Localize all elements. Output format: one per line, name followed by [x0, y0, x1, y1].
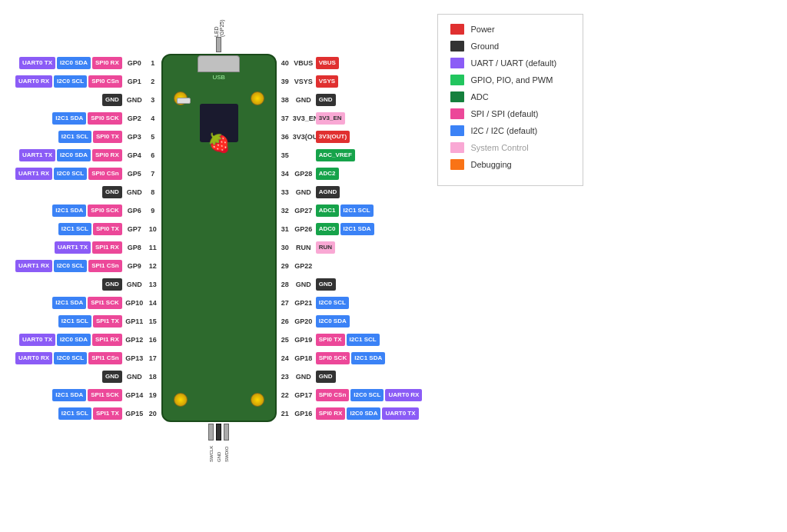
legend-label: System Control	[470, 143, 528, 152]
right-pin-row: 38GNDGND	[279, 91, 336, 108]
pin-function-label: I2C0 SCL	[350, 389, 384, 401]
pin-function-label: UART1 TX	[55, 241, 91, 254]
right-pin-row: 29GP22	[279, 258, 316, 274]
pin-gpio-name: 3V3(OUT)	[293, 133, 314, 141]
pin-function-label: GND	[316, 371, 336, 383]
debug-pins-row: SWCLK GND SWDIO	[161, 424, 277, 462]
pin-function-label: I2C0 SCL	[54, 168, 87, 180]
pin-function-label: I2C1 SDA	[52, 389, 86, 401]
pin-gpio-name: GND	[124, 188, 145, 196]
right-pin-row: 26GP20I2C0 SDA	[279, 313, 350, 330]
legend-label: ADC	[470, 92, 488, 101]
pin-gpio-name: GP6	[124, 207, 145, 214]
pin-gpio-name: GP15	[124, 410, 145, 417]
pin-function-label: VSYS	[316, 75, 338, 88]
pin-function-label: SPI1 TX	[93, 315, 122, 328]
pinout-diagram: UART0 TXI2C0 SDASPI0 RXGP01UART0 RXI2C0 …	[15, 14, 422, 462]
pin-function-label: UART0 TX	[19, 334, 55, 346]
right-pin-row: 23GNDGND	[279, 368, 336, 385]
pin-function-label: UART0 RX	[15, 75, 52, 88]
legend-item: UART / UART (default)	[450, 58, 570, 68]
pin-function-label: SPI0 SCK	[88, 204, 121, 217]
pin-number: 34	[279, 170, 291, 178]
pin-number: 21	[279, 410, 291, 417]
pin-function-label: SPI0 CSn	[88, 75, 122, 88]
left-pin-row: UART0 RXI2C0 SCLSPI0 CSnGP12	[15, 73, 159, 90]
right-pin-row: 32GP27ADC1I2C1 SCL	[279, 202, 374, 219]
right-pin-row: 28GNDGND	[279, 276, 336, 293]
pin-number: 25	[279, 336, 291, 344]
pin-function-label: I2C1 SCL	[340, 204, 374, 217]
pin-gpio-name: GP10	[124, 299, 145, 307]
pin-function-label: UART1 TX	[19, 149, 55, 161]
pin-number: 7	[147, 170, 159, 178]
left-pin-row: I2C1 SCLSPI0 TXGP35	[58, 128, 159, 145]
pin-number: 18	[147, 373, 159, 381]
pin-function-label: I2C0 SCL	[54, 352, 87, 364]
pin-gpio-name: GP19	[293, 336, 314, 344]
legend-item: System Control	[450, 142, 570, 153]
pin-number: 9	[147, 207, 159, 214]
pin-gpio-name: GP12	[124, 336, 145, 344]
pin-function-label: UART0 RX	[385, 389, 422, 401]
pin-gpio-name: GP28	[293, 170, 314, 178]
right-pin-row: 31GP26ADC0I2C1 SDA	[279, 221, 374, 238]
pin-number: 37	[279, 115, 291, 122]
right-pin-row: 33GNDAGND	[279, 184, 340, 201]
pin-gpio-name: GP21	[293, 299, 314, 307]
pin-function-label: I2C1 SDA	[351, 352, 385, 364]
pin-gpio-name: GND	[293, 281, 314, 288]
left-pin-row: I2C1 SDASPI0 SCKGP24	[52, 110, 158, 127]
pin-function-label: SPI0 SCK	[88, 112, 121, 125]
left-pin-row: UART0 RXI2C0 SCLSPI1 CSnGP1317	[15, 350, 159, 367]
right-pin-row: 21GP16SPI0 RXI2C0 SDAUART0 TX	[279, 405, 419, 422]
pin-function-label: SPI0 RX	[92, 57, 122, 69]
pin-number: 39	[279, 78, 291, 85]
bootsel-button[interactable]	[177, 98, 191, 104]
pin-function-label: ADC_VREF	[316, 149, 355, 161]
pin-function-label: I2C1 SCL	[58, 131, 91, 143]
pin-gpio-name: RUN	[293, 244, 314, 251]
pin-gpio-name: GP4	[124, 151, 145, 159]
right-pin-row: 40VBUSVBUS	[279, 55, 339, 71]
pin-function-label: SPI1 CSn	[88, 352, 122, 364]
legend-box: PowerGroundUART / UART (default)GPIO, PI…	[437, 14, 583, 186]
left-pin-row: GNDGND3	[102, 91, 159, 108]
pin-number: 32	[279, 207, 291, 214]
pin-function-label: SPI1 RX	[92, 334, 122, 346]
pin-function-label: I2C0 SDA	[347, 407, 380, 420]
pin-number: 26	[279, 318, 291, 325]
legend-item: Ground	[450, 41, 570, 52]
swdio-label: SWDIO	[224, 441, 229, 462]
pin-number: 29	[279, 262, 291, 270]
right-pin-row: 25GP19SPI0 TXI2C1 SCL	[279, 331, 380, 348]
pin-function-label: GND	[102, 186, 122, 198]
pin-gpio-name: GP14	[124, 391, 145, 399]
pin-number: 30	[279, 244, 291, 251]
pin-function-label: SPI0 SCK	[316, 352, 350, 364]
left-pin-row: I2C1 SDASPI1 SCKGP1014	[52, 294, 158, 311]
pin-number: 5	[147, 133, 159, 141]
mounting-hole-br	[251, 393, 264, 407]
right-pin-row: 35ADC_VREF	[279, 147, 355, 164]
pin-number: 27	[279, 299, 291, 307]
pin-number: 11	[147, 244, 159, 251]
pin-function-label: SPI0 TX	[93, 223, 122, 235]
left-pin-row: UART0 TXI2C0 SDASPI0 RXGP01	[19, 55, 159, 71]
legend-color-swatch	[450, 75, 464, 85]
pin-number: 24	[279, 354, 291, 362]
right-pin-row: 34GP28ADC2	[279, 165, 339, 182]
pin-number: 1	[147, 59, 159, 67]
pin-gpio-name: GP5	[124, 170, 145, 178]
pin-function-label: 3V3_EN	[316, 112, 345, 125]
pin-function-label: ADC0	[316, 223, 339, 235]
pin-function-label: UART0 TX	[19, 57, 55, 69]
pin-gpio-name: GP11	[124, 318, 145, 325]
usb-label: USB	[212, 74, 224, 81]
right-pin-row: 30RUNRUN	[279, 239, 335, 256]
pin-function-label: ADC1	[316, 204, 339, 217]
left-pin-column: UART0 TXI2C0 SDASPI0 RXGP01UART0 RXI2C0 …	[15, 55, 159, 422]
gnd-debug-pin	[216, 424, 221, 441]
legend-color-swatch	[450, 58, 464, 68]
pin-number: 22	[279, 391, 291, 399]
